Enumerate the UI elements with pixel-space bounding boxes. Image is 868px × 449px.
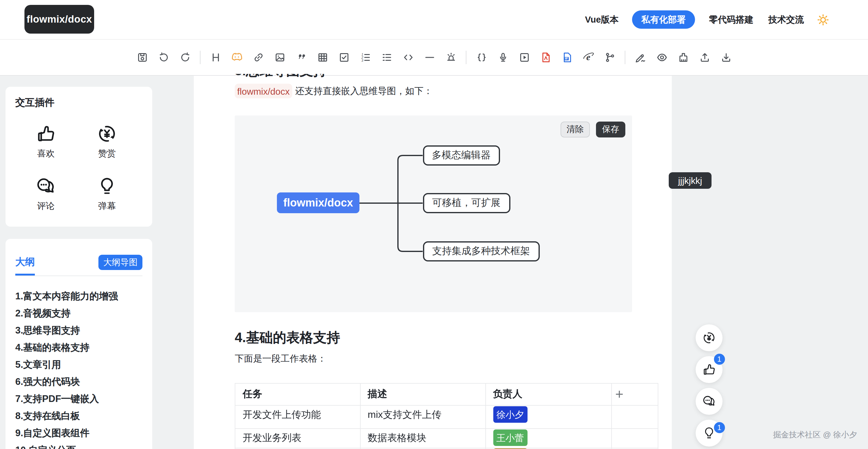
svg-text:3: 3: [361, 58, 363, 62]
svg-text:W: W: [564, 57, 568, 60]
